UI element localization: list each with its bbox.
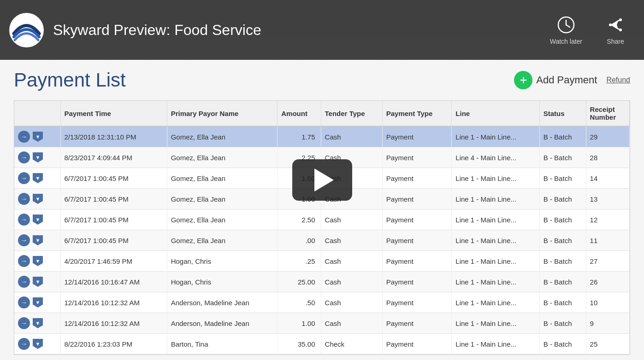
row-status-7: B - Batch [539, 272, 586, 292]
header-right: + Add Payment Refund [514, 71, 630, 89]
row-navigate-icon-6[interactable]: → [18, 255, 30, 267]
row-actions-2: → ▼ [14, 168, 60, 189]
row-receipt-number-3: 13 [586, 189, 629, 209]
row-navigate-icon-2[interactable]: → [18, 172, 30, 184]
row-payment-time-2: 6/7/2017 1:00:45 PM [60, 168, 167, 189]
row-expand-icon-10[interactable]: ▼ [33, 339, 43, 349]
row-actions-10: → ▼ [14, 334, 60, 354]
row-status-5: B - Batch [539, 230, 586, 251]
row-status-9: B - Batch [539, 313, 586, 334]
table-row[interactable]: → ▼ 8/22/2016 1:23:03 PM Barton, Tina 35… [14, 334, 630, 354]
row-payment-time-10: 8/22/2016 1:23:03 PM [60, 334, 167, 354]
row-payor-name-6: Hogan, Chris [167, 251, 278, 272]
row-amount-10: 35.00 [278, 334, 321, 354]
row-amount-9: 1.00 [278, 313, 321, 334]
share-button[interactable]: Share [605, 15, 626, 45]
skyward-logo [9, 13, 44, 47]
row-receipt-number-9: 9 [586, 313, 629, 334]
row-actions-5: → ▼ [14, 230, 60, 251]
row-expand-icon-6[interactable]: ▼ [33, 256, 43, 266]
svg-point-6 [619, 18, 622, 21]
row-navigate-icon-5[interactable]: → [18, 234, 30, 246]
row-receipt-number-8: 10 [586, 292, 629, 313]
row-status-3: B - Batch [539, 189, 586, 209]
row-payor-name-3: Gomez, Ella Jean [167, 189, 278, 209]
table-row[interactable]: → ▼ 12/14/2016 10:12:32 AM Anderson, Mad… [14, 313, 630, 334]
row-expand-icon-4[interactable]: ▼ [33, 215, 43, 225]
row-receipt-number-2: 14 [586, 168, 629, 189]
col-tender-type: Tender Type [321, 101, 382, 126]
watch-later-label: Watch later [550, 38, 582, 45]
row-line-9: Line 1 - Main Line... [452, 313, 539, 334]
row-expand-icon-1[interactable]: ▼ [33, 152, 43, 163]
row-expand-icon-2[interactable]: ▼ [33, 173, 43, 183]
add-icon: + [514, 71, 532, 89]
row-navigate-icon-1[interactable]: → [18, 151, 30, 163]
table-row[interactable]: → ▼ 6/7/2017 1:00:45 PM Gomez, Ella Jean… [14, 209, 630, 230]
row-payment-type-1: Payment [382, 147, 452, 168]
page-title: Payment List [14, 69, 126, 91]
row-payor-name-9: Anderson, Madeline Jean [167, 313, 278, 334]
row-line-10: Line 1 - Main Line... [452, 334, 539, 354]
row-payor-name-1: Gomez, Ella Jean [167, 147, 278, 168]
row-line-4: Line 1 - Main Line... [452, 209, 539, 230]
row-receipt-number-7: 26 [586, 272, 629, 292]
row-payment-type-6: Payment [382, 251, 452, 272]
row-line-6: Line 1 - Main Line... [452, 251, 539, 272]
table-row[interactable]: → ▼ 6/7/2017 1:00:45 PM Gomez, Ella Jean… [14, 230, 630, 251]
row-navigate-icon-9[interactable]: → [18, 317, 30, 329]
row-amount-6: .25 [278, 251, 321, 272]
row-navigate-icon-8[interactable]: → [18, 296, 30, 308]
play-button[interactable] [292, 159, 352, 201]
row-status-2: B - Batch [539, 168, 586, 189]
row-navigate-icon-4[interactable]: → [18, 214, 30, 226]
row-expand-icon-9[interactable]: ▼ [33, 318, 43, 328]
row-payment-time-7: 12/14/2016 10:16:47 AM [60, 272, 167, 292]
row-payment-time-4: 6/7/2017 1:00:45 PM [60, 209, 167, 230]
row-expand-icon-8[interactable]: ▼ [33, 297, 43, 308]
row-payment-time-8: 12/14/2016 10:12:32 AM [60, 292, 167, 313]
row-receipt-number-0: 29 [586, 126, 629, 147]
row-payment-type-4: Payment [382, 209, 452, 230]
row-actions-9: → ▼ [14, 313, 60, 334]
row-tender-type-7: Cash [321, 272, 382, 292]
row-actions-8: → ▼ [14, 292, 60, 313]
row-payment-type-2: Payment [382, 168, 452, 189]
row-receipt-number-5: 11 [586, 230, 629, 251]
row-expand-icon-3[interactable]: ▼ [33, 194, 43, 204]
row-expand-icon-5[interactable]: ▼ [33, 235, 43, 245]
col-payment-time: Payment Time [60, 101, 167, 126]
row-amount-0: 1.75 [278, 126, 321, 147]
row-tender-type-10: Check [321, 334, 382, 354]
row-receipt-number-4: 12 [586, 209, 629, 230]
refund-link[interactable]: Refund [606, 76, 630, 84]
row-navigate-icon-7[interactable]: → [18, 276, 30, 288]
svg-point-8 [609, 23, 612, 26]
row-actions-4: → ▼ [14, 209, 60, 230]
watch-later-button[interactable]: Watch later [550, 15, 582, 45]
table-row[interactable]: → ▼ 4/20/2017 1:46:59 PM Hogan, Chris .2… [14, 251, 630, 272]
col-primary-payor-name: Primary Payor Name [167, 101, 278, 126]
play-triangle-icon [314, 168, 334, 192]
add-payment-button[interactable]: + Add Payment [514, 71, 597, 89]
row-tender-type-0: Cash [321, 126, 382, 147]
row-status-1: B - Batch [539, 147, 586, 168]
col-amount: Amount [278, 101, 321, 126]
table-row[interactable]: → ▼ 12/14/2016 10:16:47 AM Hogan, Chris … [14, 272, 630, 292]
top-bar-actions: Watch later Share [550, 15, 626, 45]
page-header: Payment List + Add Payment Refund [14, 69, 630, 91]
row-navigate-icon-0[interactable]: → [18, 131, 30, 143]
row-expand-icon-0[interactable]: ▼ [33, 132, 43, 142]
row-expand-icon-7[interactable]: ▼ [33, 277, 43, 287]
table-row[interactable]: → ▼ 12/14/2016 10:12:32 AM Anderson, Mad… [14, 292, 630, 313]
row-status-10: B - Batch [539, 334, 586, 354]
row-payor-name-7: Hogan, Chris [167, 272, 278, 292]
row-navigate-icon-3[interactable]: → [18, 193, 30, 205]
row-payor-name-4: Gomez, Ella Jean [167, 209, 278, 230]
row-payment-time-1: 8/23/2017 4:09:44 PM [60, 147, 167, 168]
table-row[interactable]: → ▼ 2/13/2018 12:31:10 PM Gomez, Ella Je… [14, 126, 630, 147]
row-navigate-icon-10[interactable]: → [18, 338, 30, 350]
row-actions-6: → ▼ [14, 251, 60, 272]
row-line-0: Line 1 - Main Line... [452, 126, 539, 147]
row-receipt-number-1: 28 [586, 147, 629, 168]
